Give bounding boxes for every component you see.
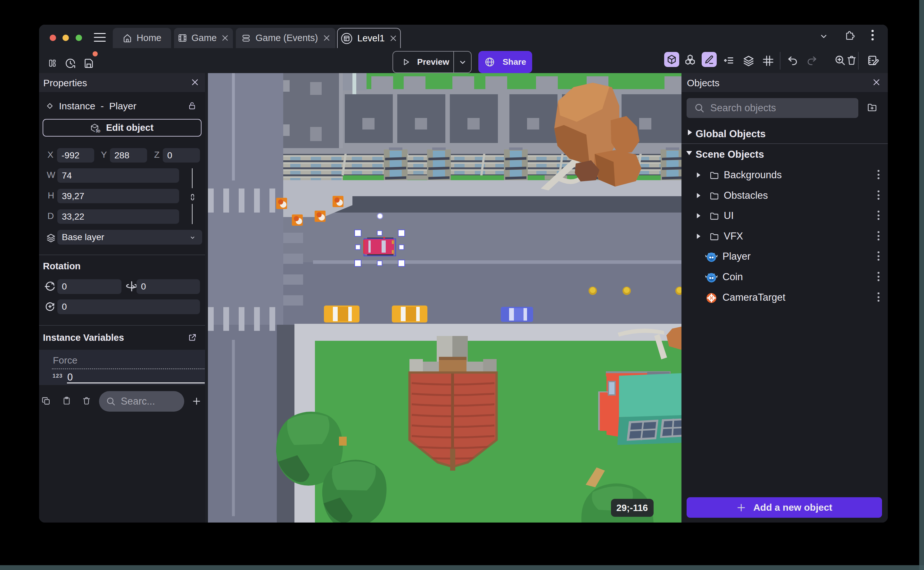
svg-text:3D: 3D [96,129,100,132]
svg-text:29;-116: 29;-116 [616,503,648,513]
